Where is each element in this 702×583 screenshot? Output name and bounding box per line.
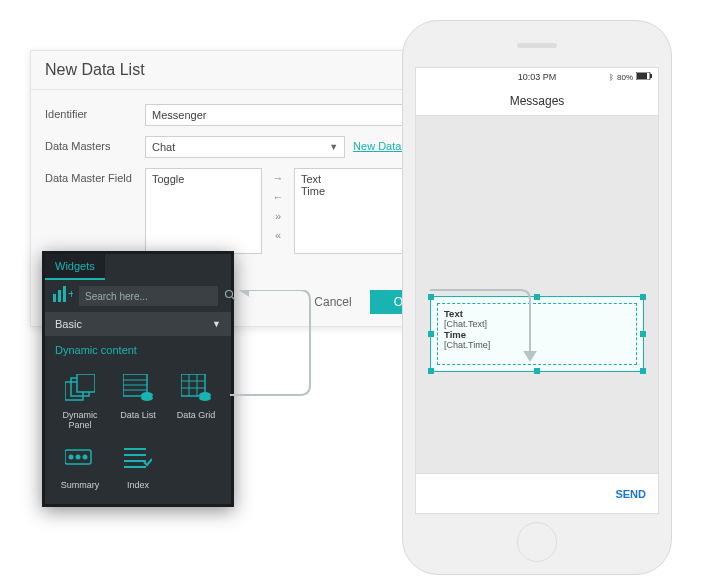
move-all-left-icon[interactable]: « (270, 227, 286, 243)
phone-speaker (517, 43, 557, 48)
svg-point-14 (141, 395, 153, 401)
svg-rect-32 (650, 74, 652, 78)
svg-marker-34 (525, 352, 535, 360)
widgets-panel: Widgets + Basic ▼ Dynamic content Dynami… (42, 251, 234, 507)
section-header: Dynamic content (45, 336, 231, 364)
chevron-down-icon: ▼ (212, 319, 221, 329)
widget-index[interactable]: Index (111, 438, 165, 494)
send-button[interactable]: SEND (615, 488, 646, 500)
svg-rect-8 (77, 374, 95, 392)
datamasters-label: Data Masters (45, 136, 145, 152)
widgets-tab[interactable]: Widgets (45, 254, 105, 280)
widget-summary[interactable]: Summary (53, 438, 107, 494)
svg-marker-33 (240, 290, 248, 295)
status-time: 10:03 PM (518, 72, 557, 82)
available-fields-list[interactable]: Toggle (145, 168, 262, 254)
widgets-search-input[interactable] (79, 286, 218, 306)
data-grid-icon (180, 372, 212, 404)
summary-icon (64, 442, 96, 474)
battery-percent: 80% (617, 73, 633, 82)
svg-point-21 (199, 395, 211, 401)
status-bar: 10:03 PM ᛒ 80% (416, 68, 658, 86)
category-dropdown[interactable]: Basic ▼ (45, 312, 231, 336)
bluetooth-icon: ᛒ (609, 73, 614, 82)
widget-data-list[interactable]: Data List (111, 368, 165, 434)
flow-arrow (230, 290, 410, 410)
field-label: Data Master Field (45, 168, 145, 184)
home-button[interactable] (517, 522, 557, 562)
widget-data-grid[interactable]: Data Grid (169, 368, 223, 434)
widget-dynamic-panel[interactable]: Dynamic Panel (53, 368, 107, 434)
flow-arrow (430, 285, 560, 375)
svg-point-23 (69, 455, 74, 460)
svg-rect-2 (63, 286, 66, 302)
move-all-right-icon[interactable]: » (270, 208, 286, 224)
datamasters-select[interactable]: Chat ▼ (145, 136, 345, 158)
chevron-down-icon: ▼ (329, 142, 338, 152)
identifier-input[interactable] (145, 104, 435, 126)
svg-point-24 (76, 455, 81, 460)
svg-rect-1 (58, 290, 61, 302)
svg-text:+: + (68, 287, 73, 301)
dialog-title: New Data List (45, 61, 145, 79)
dynamic-panel-icon (64, 372, 96, 404)
move-right-icon[interactable]: → (270, 170, 286, 186)
chart-icon[interactable]: + (53, 286, 73, 306)
selected-fields-list[interactable]: Text Time (294, 168, 411, 254)
svg-rect-0 (53, 294, 56, 302)
battery-icon (636, 72, 652, 82)
svg-point-25 (83, 455, 88, 460)
move-left-icon[interactable]: ← (270, 189, 286, 205)
index-icon (122, 442, 154, 474)
list-item[interactable]: Toggle (152, 173, 255, 185)
svg-rect-31 (637, 73, 647, 79)
nav-title: Messages (416, 86, 658, 116)
send-bar: SEND (416, 473, 658, 513)
data-list-icon (122, 372, 154, 404)
list-item[interactable]: Text (301, 173, 404, 185)
identifier-label: Identifier (45, 104, 145, 120)
list-item[interactable]: Time (301, 185, 404, 197)
